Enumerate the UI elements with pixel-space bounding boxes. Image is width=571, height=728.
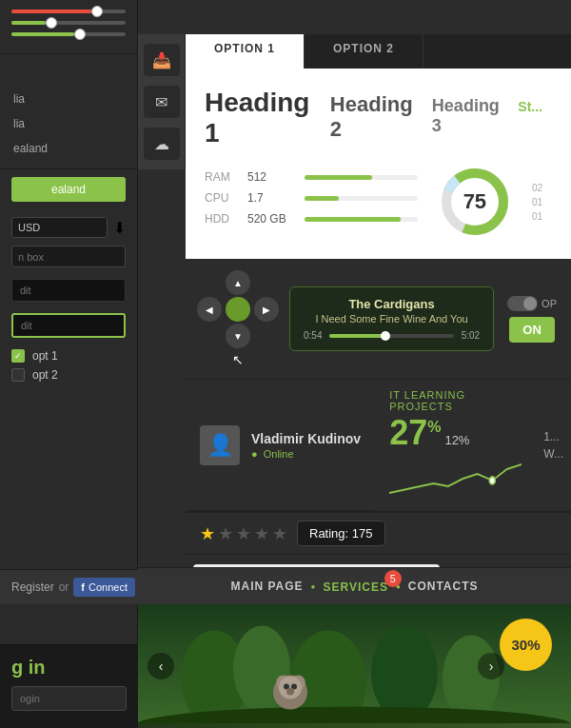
- checkbox-row-2: opt 2: [11, 368, 126, 382]
- facebook-icon: f: [81, 581, 85, 593]
- right-num-2: W...: [543, 447, 563, 461]
- media-subtitle: I Need Some Fine Wine And You: [304, 313, 480, 325]
- it-percent-value: 27%: [389, 416, 441, 450]
- notif-badge-wrapper: SERVICES 5: [323, 578, 387, 595]
- nav-item-4[interactable]: ealand: [0, 136, 137, 161]
- side-numbers: 02 01 01: [532, 183, 542, 222]
- star-rating[interactable]: ★ ★ ★ ★ ★: [200, 523, 287, 544]
- it-chart: [389, 450, 522, 498]
- op-label: OP: [541, 298, 557, 309]
- it-learning-title: IT LEARNING PROJECTS: [389, 389, 522, 412]
- cpu-value: 1.7: [247, 191, 295, 205]
- nav-right-button[interactable]: ▶: [254, 297, 279, 322]
- online-dot: ●: [251, 448, 258, 460]
- register-bar: Register or f Connect: [0, 569, 138, 604]
- star-3[interactable]: ★: [236, 523, 251, 544]
- slider-thumb-3[interactable]: [74, 29, 86, 40]
- upload-icon-button[interactable]: ☁: [144, 128, 180, 160]
- dark-section: ▲ ◀ ▶ ▼ ↖ The Cardigans I Need Some Fine…: [186, 259, 571, 380]
- it-sub-pct: 12%: [444, 433, 469, 447]
- facebook-connect-button[interactable]: f Connect: [73, 578, 135, 597]
- heading-3: Heading 3: [432, 96, 502, 136]
- green-action-button[interactable]: ealand: [11, 177, 126, 202]
- checkbox-section: ✓ opt 1 opt 2: [0, 344, 137, 393]
- bottom-image-area: 30% ‹ ›: [138, 604, 571, 728]
- inbox-icon-button[interactable]: 📥: [144, 44, 180, 76]
- nav-up-button[interactable]: ▲: [226, 270, 250, 295]
- bottom-nav: MAIN PAGE ● SERVICES 5 ● CONTACTS: [138, 567, 571, 604]
- user-info: 👤 Vladimir Kudinov ● Online: [186, 380, 375, 511]
- avatar-icon: 👤: [207, 433, 233, 458]
- checkbox-1[interactable]: ✓: [11, 349, 25, 363]
- user-details: Vladimir Kudinov ● Online: [251, 431, 361, 460]
- edit-input-2[interactable]: [11, 313, 126, 338]
- side-num-1: 02: [532, 183, 542, 193]
- time-start: 0:54: [304, 330, 322, 341]
- dropdown-arrow-icon: ⬇: [113, 219, 126, 237]
- nav-down-button[interactable]: ▼: [226, 324, 250, 348]
- slider-row-2[interactable]: [11, 21, 126, 25]
- or-text: or: [59, 580, 69, 594]
- svg-point-8: [371, 626, 438, 721]
- mail-icon-button[interactable]: ✉: [144, 86, 180, 118]
- media-player: The Cardigans I Need Some Fine Wine And …: [289, 286, 494, 351]
- tab-option2[interactable]: OPTION 2: [305, 34, 423, 69]
- notification-badge: 5: [384, 570, 402, 587]
- slider-track-1[interactable]: [11, 10, 126, 13]
- checkbox-label-2: opt 2: [32, 368, 58, 382]
- side-num-3: 01: [532, 211, 542, 222]
- star-2[interactable]: ★: [218, 523, 233, 544]
- checkbox-2[interactable]: [11, 368, 25, 382]
- stats-area: RAM 512 CPU 1.7 HDD 520 GB: [205, 164, 542, 240]
- heading-2: Heading 2: [330, 92, 417, 142]
- carousel-next-button[interactable]: ›: [478, 653, 504, 679]
- side-num-2: 01: [532, 197, 542, 207]
- nav-contacts[interactable]: CONTACTS: [408, 580, 479, 593]
- tab-option1[interactable]: OPTION 1: [186, 34, 305, 69]
- progress-thumb[interactable]: [381, 331, 390, 341]
- nav-item-1[interactable]: [0, 62, 137, 87]
- ram-value: 512: [247, 170, 295, 184]
- signin-title: g in: [11, 657, 127, 679]
- star-5[interactable]: ★: [272, 523, 287, 544]
- heading-1: Heading 1: [205, 88, 315, 148]
- on-button[interactable]: ON: [509, 317, 555, 343]
- star-1[interactable]: ★: [200, 523, 215, 544]
- slider-thumb-1[interactable]: [91, 6, 103, 17]
- nav-left-button[interactable]: ◀: [197, 297, 222, 322]
- donut-chart: 75: [437, 164, 513, 240]
- slider-row-3[interactable]: [11, 32, 126, 36]
- search-input[interactable]: [12, 247, 126, 266]
- cpu-bar-track: [305, 196, 418, 201]
- nav-main-page[interactable]: MAIN PAGE: [230, 580, 303, 593]
- toggle-switch[interactable]: [507, 296, 538, 311]
- login-input[interactable]: [11, 686, 127, 711]
- nav-services[interactable]: SERVICES: [323, 580, 387, 594]
- slider-row-1[interactable]: [11, 10, 126, 13]
- cursor-indicator: ↖: [232, 352, 244, 367]
- cpu-label: CPU: [205, 191, 238, 205]
- white-card: Heading 1 Heading 2 Heading 3 St... RAM …: [186, 69, 571, 259]
- nav-items: lia lia ealand: [0, 54, 137, 169]
- slider-fill-3: [11, 32, 74, 36]
- currency-select[interactable]: USD: [11, 217, 108, 238]
- star-4[interactable]: ★: [254, 523, 269, 544]
- carousel-prev-button[interactable]: ‹: [148, 653, 174, 679]
- it-percent-row: 27% 12%: [389, 416, 522, 450]
- right-num-1: 1...: [543, 430, 563, 443]
- slider-section: [0, 0, 137, 54]
- top-tabs: OPTION 1 OPTION 2: [186, 34, 571, 69]
- slider-fill-2: [11, 21, 46, 25]
- nav-item-3[interactable]: lia: [0, 111, 137, 136]
- slider-track-3[interactable]: [11, 32, 126, 36]
- ram-bar-fill: [305, 175, 372, 180]
- currency-dropdown-row: USD ⬇: [11, 217, 126, 238]
- media-title: The Cardigans: [304, 297, 480, 311]
- edit-input-1[interactable]: [11, 279, 126, 302]
- slider-track-2[interactable]: [11, 21, 126, 25]
- nav-item-2[interactable]: lia: [0, 87, 137, 111]
- slider-thumb-2[interactable]: [46, 17, 57, 29]
- time-end: 5:02: [462, 330, 480, 341]
- forest-svg: [138, 604, 571, 723]
- progress-track[interactable]: [329, 334, 453, 338]
